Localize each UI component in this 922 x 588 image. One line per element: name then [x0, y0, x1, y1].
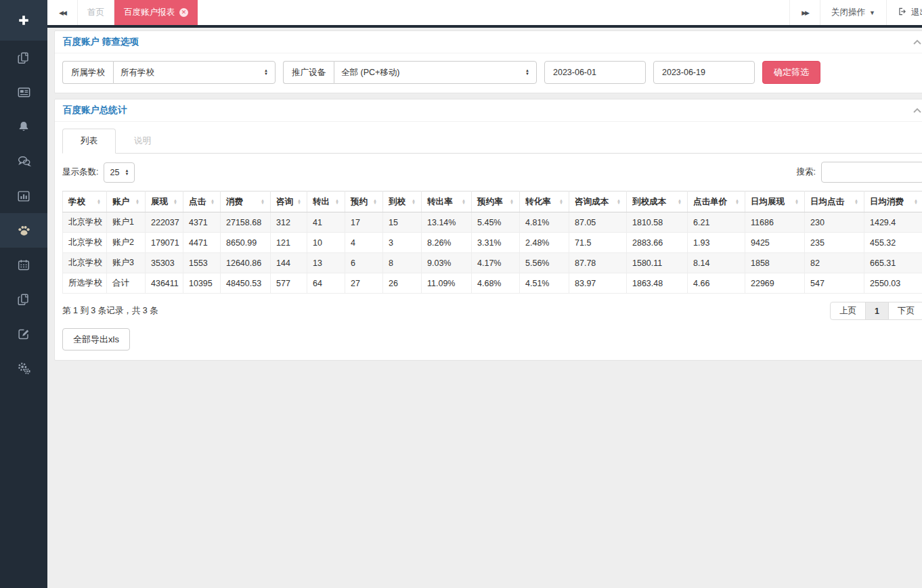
edit-icon: [16, 327, 31, 342]
page-size-select[interactable]: 25 ▲▼: [104, 162, 135, 183]
column-header[interactable]: 学校▲▼: [63, 191, 107, 212]
sort-icon: ▲▼: [854, 199, 858, 205]
table-cell: 35303: [146, 253, 183, 273]
add-button[interactable]: [0, 0, 47, 41]
tab-list[interactable]: 列表: [62, 129, 116, 154]
bell-icon: [16, 120, 31, 135]
sort-icon: ▲▼: [97, 199, 101, 205]
sidebar-item-files[interactable]: [0, 282, 47, 317]
end-date-input[interactable]: [653, 61, 755, 84]
table-cell: 8.26%: [422, 233, 472, 253]
table-cell: 13: [307, 253, 345, 273]
sidebar-item-baidu[interactable]: [0, 213, 47, 248]
table-controls: 显示条数: 25 ▲▼ 搜索:: [62, 162, 922, 183]
sort-icon: ▲▼: [795, 199, 799, 205]
column-label: 预约率: [477, 196, 503, 208]
sign-out-icon: [898, 7, 907, 18]
column-header[interactable]: 展现▲▼: [146, 191, 183, 212]
column-header[interactable]: 日均点击▲▼: [805, 191, 864, 212]
sidebar-item-notifications[interactable]: [0, 110, 47, 144]
table-cell: 2883.66: [627, 233, 688, 253]
column-label: 日均展现: [751, 196, 785, 208]
column-header[interactable]: 咨询▲▼: [271, 191, 307, 212]
table-cell: 账户2: [107, 233, 146, 253]
table-cell: 5.45%: [472, 212, 520, 233]
sidebar-item-settings[interactable]: [0, 351, 47, 386]
column-label: 咨询: [276, 196, 293, 208]
stats-panel-title: 百度账户总统计: [63, 104, 127, 116]
column-header[interactable]: 转出▲▼: [307, 191, 345, 212]
sort-icon: ▲▼: [412, 199, 416, 205]
search-input[interactable]: [821, 162, 922, 183]
close-tab-icon[interactable]: ✕: [179, 8, 188, 17]
page-1-button[interactable]: 1: [865, 302, 889, 320]
column-header[interactable]: 账户▲▼: [107, 191, 146, 212]
table-cell: 4471: [183, 233, 221, 253]
table-cell: 15: [383, 212, 422, 233]
device-select[interactable]: 全部 (PC+移动) ▲▼: [334, 61, 537, 84]
table-cell: 北京学校: [63, 212, 107, 233]
column-header[interactable]: 咨询成本▲▼: [569, 191, 627, 212]
tab-baidu-report[interactable]: 百度账户报表 ✕: [114, 0, 198, 25]
sidebar-item-messages[interactable]: [0, 144, 47, 179]
table-cell: 5.56%: [520, 253, 569, 273]
sidebar-item-documents[interactable]: [0, 41, 47, 75]
export-xls-button[interactable]: 全部导出xls: [62, 328, 130, 350]
table-cell: 4371: [183, 212, 221, 233]
scroll-tabs-right-button[interactable]: ▶▶: [789, 0, 820, 25]
stats-table-body: 北京学校账户1222037437127158.6831241171513.14%…: [63, 212, 922, 294]
column-header[interactable]: 消费▲▼: [221, 191, 271, 212]
column-header[interactable]: 预约率▲▼: [472, 191, 520, 212]
sidebar-item-calendar[interactable]: [0, 248, 47, 282]
sort-icon: ▲▼: [211, 199, 215, 205]
prev-page-button[interactable]: 上页: [830, 302, 866, 320]
column-header[interactable]: 到校▲▼: [383, 191, 422, 212]
sidebar-item-edit[interactable]: [0, 317, 47, 351]
stats-panel-body: 列表 说明 显示条数: 25 ▲▼ 搜索:: [55, 122, 922, 360]
table-cell: 83.97: [569, 273, 627, 294]
table-cell: 3: [383, 233, 422, 253]
collapse-stats-panel-icon[interactable]: [911, 106, 922, 115]
school-select[interactable]: 所有学校 ▲▼: [113, 61, 276, 84]
close-operations-button[interactable]: 关闭操作 ▼: [820, 0, 886, 25]
logout-button[interactable]: 退出: [886, 0, 922, 25]
school-select-value: 所有学校: [120, 67, 154, 78]
table-row: 所选学校合计4364111039548450.5357764272611.09%…: [63, 273, 922, 294]
next-page-button[interactable]: 下页: [888, 302, 922, 320]
column-header[interactable]: 日均展现▲▼: [745, 191, 805, 212]
column-label: 转出: [313, 196, 330, 208]
table-cell: 合计: [107, 273, 146, 294]
tab-home[interactable]: 首页: [78, 0, 114, 25]
app-root: ◀◀ 首页 百度账户报表 ✕ ▶▶ 关闭操作 ▼: [0, 0, 922, 588]
column-label: 转化率: [525, 196, 551, 208]
confirm-filter-button[interactable]: 确定筛选: [762, 61, 820, 84]
sidebar-item-news[interactable]: [0, 75, 47, 110]
start-date-input[interactable]: [544, 61, 646, 84]
column-header[interactable]: 到校成本▲▼: [627, 191, 688, 212]
table-cell: 64: [307, 273, 345, 294]
column-header[interactable]: 转化率▲▼: [520, 191, 569, 212]
scroll-tabs-left-button[interactable]: ◀◀: [47, 0, 78, 25]
table-cell: 6: [345, 253, 383, 273]
sort-icon: ▲▼: [135, 199, 139, 205]
record-info: 第 1 到 3 条记录，共 3 条: [62, 305, 158, 317]
sidebar-item-reports[interactable]: [0, 179, 47, 213]
table-cell: 27158.68: [221, 212, 271, 233]
table-cell: 10395: [183, 273, 221, 294]
collapse-filter-panel-icon[interactable]: [911, 38, 922, 47]
newspaper-icon: [16, 85, 32, 100]
table-cell: 4.81%: [520, 212, 569, 233]
column-header[interactable]: 日均消费▲▼: [864, 191, 922, 212]
table-cell: 9.03%: [422, 253, 472, 273]
table-cell: 账户1: [107, 212, 146, 233]
column-header[interactable]: 转出率▲▼: [422, 191, 472, 212]
table-cell: 1863.48: [627, 273, 688, 294]
column-header[interactable]: 点击单价▲▼: [688, 191, 745, 212]
tab-description[interactable]: 说明: [116, 129, 169, 154]
table-cell: 222037: [146, 212, 183, 233]
table-cell: 82: [805, 253, 864, 273]
column-header[interactable]: 点击▲▼: [183, 191, 221, 212]
column-header[interactable]: 预约▲▼: [345, 191, 383, 212]
table-cell: 17: [345, 212, 383, 233]
stats-panel: 百度账户总统计 列表 说明 显示条数: 25: [54, 99, 922, 361]
